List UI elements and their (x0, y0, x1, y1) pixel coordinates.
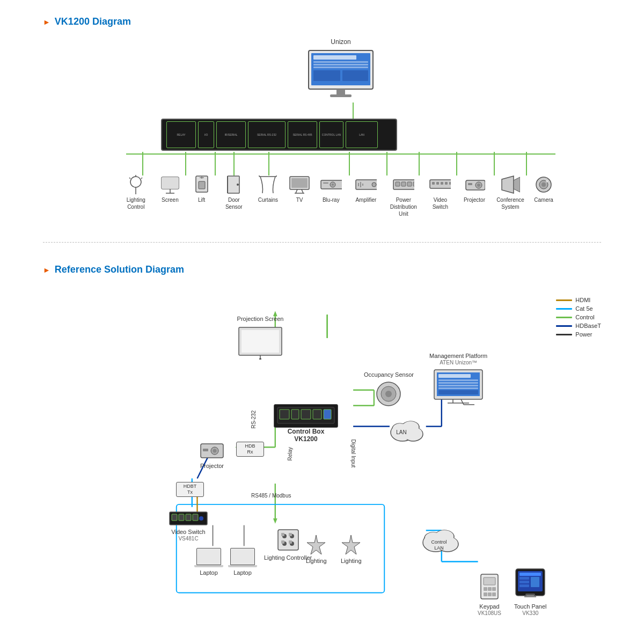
legend-hdbaset: HDBaseT (556, 323, 601, 329)
lighting1-device: Lighting (306, 534, 327, 565)
legend-hdbaset-line (556, 325, 572, 327)
video-switch-icon (169, 511, 208, 526)
legend-power-label: Power (575, 331, 592, 338)
svg-marker-60 (514, 177, 520, 192)
mgmt-platform-label: Management Platform (429, 352, 487, 360)
header-arrow-2: ► (43, 266, 50, 274)
svg-rect-103 (186, 514, 191, 521)
control-box-d2 (274, 404, 338, 428)
projector-device-label: Projector (200, 462, 224, 470)
keypad-icon (479, 573, 500, 601)
lighting2-label: Lighting (341, 557, 362, 565)
camera-label: Camera (534, 196, 553, 203)
svg-rect-129 (438, 379, 478, 381)
device-camera: Camera (529, 175, 558, 203)
svg-rect-160 (488, 587, 492, 591)
device-lift: Lift (186, 175, 217, 203)
video-switch-device: Video Switch VS481C (169, 511, 208, 542)
device-projector: Projector (457, 175, 492, 203)
svg-line-13 (129, 178, 130, 179)
svg-point-98 (213, 449, 217, 453)
svg-rect-112 (278, 530, 298, 550)
laptop2-device: Laptop (228, 548, 257, 576)
vline-right6 (526, 152, 527, 175)
svg-point-105 (199, 516, 203, 521)
vline-right3 (419, 152, 420, 175)
device-lighting-control: LightingControl (118, 175, 154, 210)
legend-hdmi-label: HDMI (575, 297, 590, 303)
svg-rect-120 (289, 540, 292, 544)
svg-rect-16 (162, 177, 179, 189)
svg-point-36 (332, 184, 334, 186)
hdbt-tx-box: HDBTTx (176, 482, 204, 497)
device-switch: VideoSwitch (423, 175, 458, 210)
screen-icon (159, 175, 181, 194)
amplifier-label: Amplifier (355, 196, 376, 203)
rs485-label: RS485 / Modbus (251, 493, 291, 499)
lighting-control-label: LightingControl (127, 196, 145, 210)
svg-rect-45 (396, 182, 400, 186)
devices-hline (126, 153, 555, 155)
door-sensor-label: DoorSensor (225, 196, 243, 210)
legend-cat5e: Cat 5e (556, 305, 601, 312)
legend-control-line (556, 317, 572, 318)
hdb-rx-device: HDBRx (236, 442, 264, 457)
occupancy-sensor-label: Occupancy Sensor (364, 371, 414, 378)
laptop1-label: Laptop (200, 569, 218, 576)
page-container: ► VK1200 Diagram Unizon (0, 0, 644, 635)
relay-label: Relay (287, 447, 293, 461)
svg-rect-51 (436, 182, 439, 185)
svg-rect-163 (488, 592, 492, 596)
tv-icon (289, 175, 310, 194)
device-door-sensor: DoorSensor (217, 175, 251, 210)
device-conference: ConferenceSystem (492, 175, 529, 210)
svg-rect-108 (291, 409, 299, 419)
lift-icon (191, 175, 213, 194)
projector-device-icon (199, 442, 225, 460)
svg-rect-102 (179, 514, 184, 521)
svg-rect-170 (519, 584, 529, 587)
svg-rect-30 (291, 178, 308, 188)
laptop1-device: Laptop (194, 548, 223, 576)
tv-label: TV (296, 196, 303, 203)
lighting-control-icon (125, 175, 147, 194)
video-switch-model: VS481C (178, 536, 198, 542)
camera-icon (533, 175, 554, 194)
svg-marker-59 (502, 176, 514, 193)
diagram2-section: ► Reference Solution Diagram (43, 264, 601, 619)
control-box-label: Control Box (288, 428, 325, 435)
lan-cloud-device: LAN (386, 414, 429, 443)
device-curtains: Curtains (251, 175, 286, 203)
digital-input-label: Digital Input (350, 440, 356, 468)
hdbt-tx-device: HDBTTx (176, 482, 204, 499)
rs232-label: RS-232 (251, 411, 257, 429)
occupancy-sensor-device: Occupancy Sensor (364, 369, 414, 407)
keypad-label: Keypad (479, 603, 499, 610)
svg-rect-168 (519, 577, 529, 580)
svg-rect-159 (484, 587, 487, 591)
keypad-model: VK108US (478, 610, 501, 617)
svg-rect-110 (313, 409, 321, 419)
svg-rect-111 (324, 409, 331, 419)
unizon-to-box-line (353, 103, 354, 120)
legend-cat5e-label: Cat 5e (575, 305, 592, 312)
svg-rect-161 (492, 587, 496, 591)
control-box-group: RELAY I/O IR/SERIAL SERIAL RS-232 SERIAL (161, 119, 397, 151)
control-lan-device: Control LAN (419, 522, 464, 554)
projector-device: Projector (199, 442, 225, 470)
svg-point-10 (130, 177, 141, 187)
legend-power: Power (556, 331, 601, 338)
vline-center (233, 152, 235, 175)
lighting-controller-icon (276, 528, 301, 552)
svg-rect-50 (432, 182, 435, 185)
svg-rect-5 (313, 67, 368, 68)
unizon-label: Unizon (306, 38, 376, 46)
vline-screen (185, 152, 186, 175)
vline-right4 (456, 152, 457, 175)
svg-rect-128 (438, 374, 471, 378)
management-platform-device: Management Platform ATEN Unizon™ (429, 350, 487, 406)
svg-rect-118 (289, 533, 292, 536)
svg-line-136 (461, 399, 464, 405)
vline-curtains (268, 152, 269, 175)
diagram1-title: VK1200 Diagram (55, 16, 131, 27)
